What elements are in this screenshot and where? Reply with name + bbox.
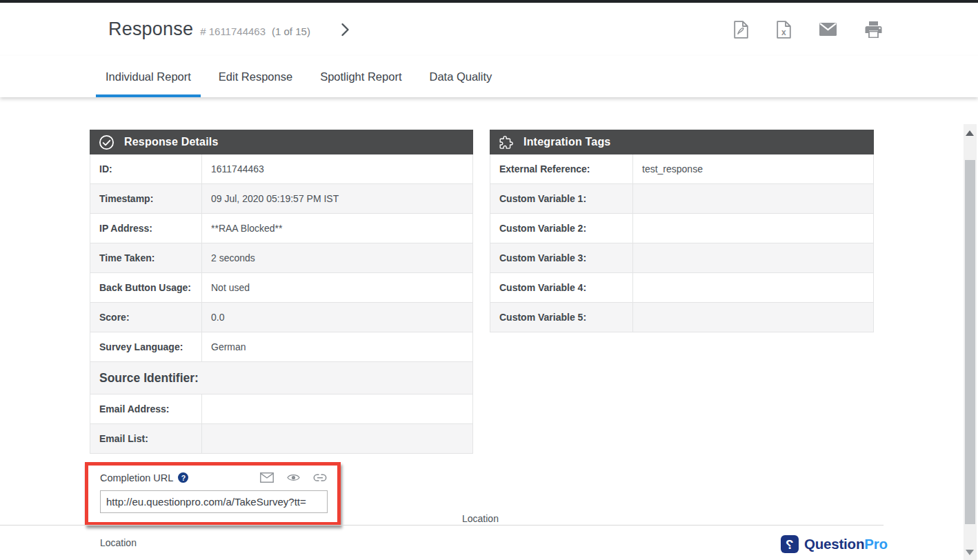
- table-row: Email List:: [90, 424, 472, 453]
- row-value: 1611744463: [202, 154, 472, 183]
- row-value: Not used: [202, 273, 472, 302]
- report-tabbar: Individual Report Edit Response Spotligh…: [0, 56, 978, 97]
- table-row: Back Button Usage: Not used: [90, 273, 472, 303]
- row-label: Custom Variable 4:: [490, 273, 633, 302]
- tab-spotlight-report[interactable]: Spotlight Report: [310, 56, 411, 97]
- tab-edit-response[interactable]: Edit Response: [209, 56, 302, 97]
- integration-tags-table: External Reference: test_response Custom…: [490, 154, 874, 332]
- table-row: Custom Variable 3:: [490, 243, 873, 273]
- table-row: Timestamp: 09 Jul, 2020 05:19:57 PM IST: [90, 184, 472, 214]
- excel-file-icon: x: [777, 21, 791, 39]
- location-section-label: Location: [462, 513, 499, 524]
- row-value: German: [202, 332, 472, 361]
- location-section-label: Location: [100, 537, 137, 548]
- scroll-up-arrow-icon[interactable]: [966, 130, 974, 136]
- row-label: Custom Variable 1:: [490, 184, 633, 213]
- section-divider: [0, 525, 884, 526]
- response-id: # 1611744463: [200, 26, 266, 37]
- row-value: [633, 214, 873, 243]
- page-header: Response # 1611744463 (1 of 15): [0, 3, 978, 57]
- table-row: Time Taken: 2 seconds: [90, 243, 472, 273]
- table-row: IP Address: **RAA Blocked**: [90, 214, 472, 243]
- panel-title: Integration Tags: [523, 136, 610, 148]
- table-row: External Reference: test_response: [490, 154, 873, 184]
- page-title: Response: [108, 19, 193, 40]
- row-label: Email List:: [90, 424, 202, 453]
- check-circle-icon: [99, 134, 114, 150]
- table-row: Custom Variable 1:: [490, 184, 873, 214]
- row-label: Custom Variable 5:: [490, 303, 633, 332]
- row-label: Score:: [90, 303, 202, 332]
- response-position: (1 of 15): [272, 26, 310, 37]
- row-label: Back Button Usage:: [90, 273, 202, 302]
- table-row: Score: 0.0: [90, 303, 472, 332]
- row-value: [633, 243, 873, 272]
- tab-individual-report[interactable]: Individual Report: [96, 56, 201, 97]
- row-label: Survey Language:: [90, 332, 202, 361]
- preview-url-button[interactable]: [286, 472, 301, 483]
- printer-icon: [865, 21, 882, 38]
- row-value: 0.0: [202, 303, 472, 332]
- print-button[interactable]: [864, 20, 884, 39]
- response-details-table: ID: 1611744463 Timestamp: 09 Jul, 2020 0…: [90, 154, 473, 454]
- questionpro-mark-icon: ?: [781, 535, 799, 553]
- envelope-icon: [819, 23, 837, 36]
- row-value: 2 seconds: [202, 243, 472, 272]
- integration-tags-header: Integration Tags: [490, 130, 874, 154]
- excel-export-button[interactable]: x: [775, 19, 792, 40]
- completion-url-label: Completion URL: [100, 472, 173, 483]
- completion-url-annotation-box: Completion URL ?: [85, 462, 341, 526]
- row-value: [202, 424, 472, 453]
- row-label: Time Taken:: [90, 243, 202, 272]
- brand-wordmark: QuestionPro: [804, 536, 888, 552]
- row-value: [202, 394, 472, 423]
- scroll-down-arrow-icon[interactable]: [966, 550, 974, 555]
- panel-title: Response Details: [124, 136, 219, 148]
- row-value: 09 Jul, 2020 05:19:57 PM IST: [202, 184, 472, 213]
- scrollbar-thumb[interactable]: [965, 160, 975, 524]
- chevron-right-icon: [341, 23, 350, 37]
- tab-data-quality[interactable]: Data Quality: [419, 56, 501, 97]
- completion-url-input[interactable]: [100, 490, 328, 513]
- email-url-button[interactable]: [259, 472, 275, 483]
- table-row-source-identifier: Source Identifier:: [90, 362, 472, 394]
- row-label: External Reference:: [490, 154, 633, 183]
- row-value: **RAA Blocked**: [202, 214, 472, 243]
- puzzle-icon: [499, 134, 514, 150]
- eye-icon: [287, 473, 300, 482]
- next-response-button[interactable]: [338, 20, 352, 39]
- integration-tags-panel: Integration Tags External Reference: tes…: [490, 130, 874, 332]
- table-row: Survey Language: German: [90, 332, 472, 362]
- pdf-export-button[interactable]: [732, 19, 750, 40]
- row-label: Timestamp:: [90, 184, 202, 213]
- table-row: Custom Variable 2:: [490, 214, 873, 243]
- row-value: [633, 273, 873, 302]
- row-value: [633, 303, 873, 332]
- link-icon: [313, 474, 327, 482]
- row-value: [633, 184, 873, 213]
- table-row: Custom Variable 5:: [490, 303, 873, 332]
- response-details-panel: Response Details ID: 1611744463 Timestam…: [90, 130, 473, 454]
- table-row: ID: 1611744463: [90, 154, 472, 184]
- row-label: IP Address:: [90, 214, 202, 243]
- svg-text:x: x: [781, 27, 786, 37]
- vertical-scrollbar[interactable]: [964, 124, 977, 560]
- export-toolbar: x: [732, 3, 884, 56]
- row-label: Custom Variable 2:: [490, 214, 633, 243]
- row-label: Custom Variable 3:: [490, 243, 633, 272]
- response-details-header: Response Details: [90, 130, 473, 154]
- pdf-file-icon: [734, 21, 748, 39]
- row-label: Email Address:: [90, 394, 202, 423]
- table-row: Email Address:: [90, 394, 472, 424]
- row-label: ID:: [90, 154, 202, 183]
- row-value: test_response: [633, 154, 873, 183]
- envelope-outline-icon: [260, 472, 274, 483]
- row-label: Source Identifier:: [90, 362, 199, 394]
- table-row: Custom Variable 4:: [490, 273, 873, 303]
- copy-link-button[interactable]: [312, 473, 328, 483]
- email-response-button[interactable]: [818, 21, 838, 37]
- help-icon[interactable]: ?: [178, 472, 188, 483]
- questionpro-logo: ? QuestionPro: [781, 535, 888, 553]
